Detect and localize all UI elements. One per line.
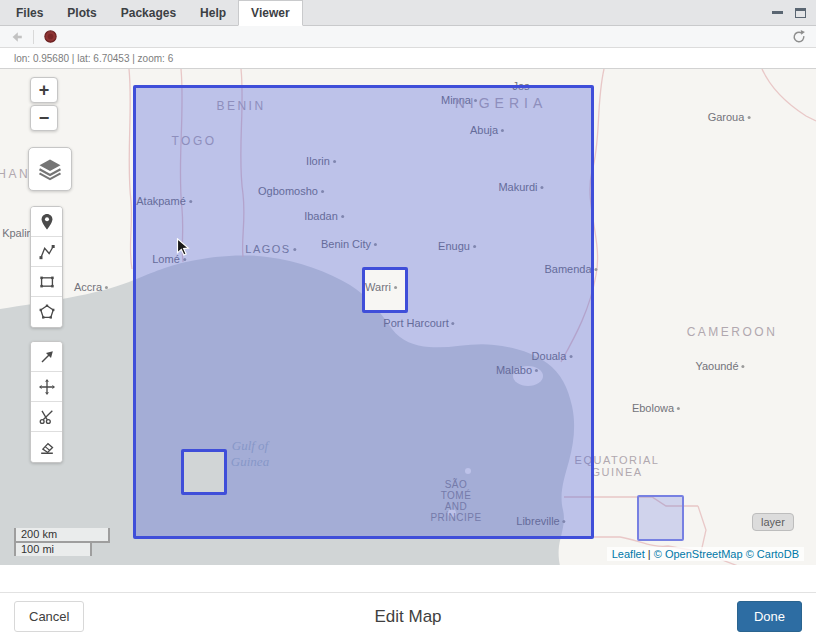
remove-layers-button[interactable] [31, 432, 62, 462]
page-gap [0, 565, 816, 592]
draw-polyline-button[interactable] [31, 237, 62, 267]
refresh-icon [791, 29, 807, 45]
minimize-icon[interactable] [772, 11, 783, 14]
draw-toolbar [30, 206, 63, 328]
rstudio-viewer-window: Files Plots Packages Help Viewer [0, 0, 816, 640]
tab-viewer[interactable]: Viewer [238, 0, 302, 26]
refresh-button[interactable] [790, 28, 808, 46]
back-button[interactable] [8, 28, 26, 46]
tab-files[interactable]: Files [4, 0, 55, 25]
rectangle-hole-southwest[interactable] [181, 449, 227, 495]
map-canvas[interactable]: JosBENINMinnaNIGERIAGarouaAbujaTOGOIlori… [0, 68, 816, 565]
edit-layers-button[interactable] [31, 342, 62, 372]
eraser-icon [37, 437, 57, 457]
scissors-icon [37, 407, 57, 427]
attribution-separator: | [645, 548, 654, 560]
coordinate-readout: lon: 0.95680 | lat: 6.70453 | zoom: 6 [0, 48, 816, 68]
maximize-icon[interactable] [795, 8, 806, 18]
edit-toolbar [30, 341, 63, 463]
move-icon [37, 377, 57, 397]
cut-layers-button[interactable] [31, 402, 62, 432]
leaflet-link[interactable]: Leaflet [612, 548, 645, 560]
toolbar-separator [33, 30, 34, 44]
stop-icon [43, 29, 58, 44]
draw-rectangle-button[interactable] [31, 267, 62, 297]
layers-icon [37, 156, 63, 182]
scale-control: 200 km 100 mi [14, 528, 110, 556]
edit-map-footer: Cancel Edit Map Done [0, 592, 816, 640]
layers-control [28, 147, 72, 191]
window-controls [772, 0, 816, 25]
marker-icon [37, 212, 57, 232]
page-title: Edit Map [374, 607, 441, 627]
layers-button[interactable] [28, 147, 72, 191]
draw-polygon-button[interactable] [31, 297, 62, 327]
tab-help[interactable]: Help [188, 0, 238, 25]
polygon-icon [37, 302, 57, 322]
drawn-rectangle-southeast[interactable] [637, 495, 684, 541]
viewer-toolbar [0, 26, 816, 48]
rectangle-hole-warri[interactable] [362, 267, 408, 313]
layer-toggle-button[interactable]: layer [752, 513, 794, 531]
stop-button[interactable] [41, 28, 59, 46]
tab-packages[interactable]: Packages [109, 0, 188, 25]
draw-marker-button[interactable] [31, 207, 62, 237]
back-arrow-icon [9, 29, 25, 45]
map-attribution: Leaflet | © OpenStreetMap © CartoDB [607, 547, 804, 561]
carto-link[interactable]: © CartoDB [746, 548, 799, 560]
cancel-button[interactable]: Cancel [14, 601, 84, 632]
lonlat-zoom-text: lon: 0.95680 | lat: 6.70453 | zoom: 6 [14, 53, 173, 64]
drag-layers-button[interactable] [31, 372, 62, 402]
rectangle-icon [37, 272, 57, 292]
tab-plots[interactable]: Plots [55, 0, 108, 25]
polyline-icon [37, 242, 57, 262]
zoom-in-button[interactable]: + [30, 77, 58, 103]
scale-mi: 100 mi [14, 541, 92, 556]
edit-arrow-icon [37, 347, 57, 367]
done-button[interactable]: Done [737, 601, 802, 632]
pane-tabbar: Files Plots Packages Help Viewer [0, 0, 816, 26]
osm-link[interactable]: © OpenStreetMap [654, 548, 743, 560]
zoom-control: + − [30, 77, 58, 131]
zoom-out-button[interactable]: − [30, 105, 58, 131]
